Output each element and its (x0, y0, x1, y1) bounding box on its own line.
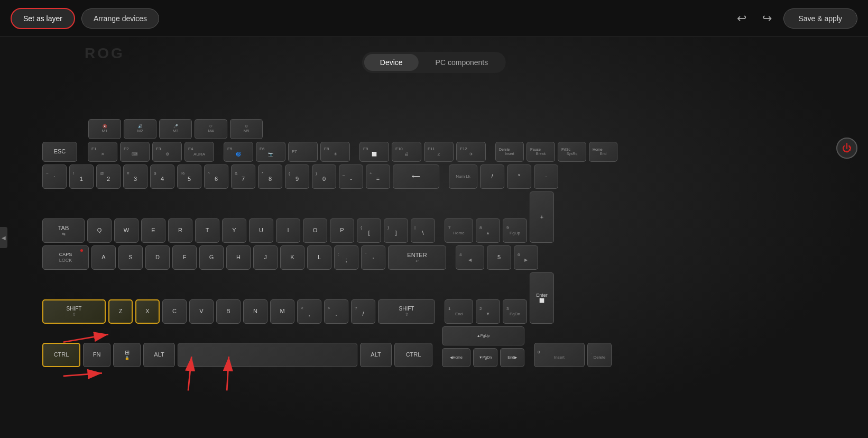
key-equals[interactable]: += (366, 165, 390, 189)
key-numplus[interactable]: + (530, 191, 554, 243)
key-t[interactable]: T (195, 218, 219, 243)
key-f8[interactable]: F8☀ (320, 142, 350, 162)
key-caps[interactable]: CAPSLOCK (42, 245, 89, 270)
key-semicolon[interactable]: :; (334, 245, 358, 270)
key-h[interactable]: H (226, 245, 251, 270)
key-nav-pgup[interactable]: ▲PgUp (442, 326, 524, 345)
key-backslash[interactable]: |\ (411, 218, 435, 243)
key-pause-break[interactable]: PauseBreak (527, 142, 555, 162)
key-num6[interactable]: 6▶ (514, 245, 538, 270)
key-num9[interactable]: 9PgUp (503, 218, 527, 243)
key-numenter[interactable]: Enter⬜ (530, 272, 554, 324)
key-s[interactable]: S (118, 245, 143, 270)
key-p[interactable]: P (330, 218, 354, 243)
key-shift-right[interactable]: SHIFT⇧ (378, 299, 435, 324)
key-0[interactable]: )0 (312, 165, 336, 189)
key-f1[interactable]: F1✕ (88, 142, 117, 162)
undo-button[interactable]: ↩ (733, 10, 751, 28)
key-nav-home[interactable]: ◀Home (442, 348, 470, 367)
set-as-layer-button[interactable]: Set as layer (11, 8, 75, 29)
key-m1[interactable]: 🔇M1 (88, 119, 121, 139)
key-8[interactable]: *8 (258, 165, 282, 189)
key-period[interactable]: >. (324, 299, 348, 324)
tab-pc-components[interactable]: PC components (420, 54, 504, 71)
key-l[interactable]: L (307, 245, 331, 270)
key-f3[interactable]: F3⚙ (152, 142, 182, 162)
key-m5[interactable]: ⚙M5 (230, 119, 263, 139)
key-numminus[interactable]: - (534, 165, 558, 189)
key-m[interactable]: M (270, 299, 294, 324)
key-esc[interactable]: ESC (42, 142, 77, 162)
key-num3[interactable]: 3PgDn (503, 299, 527, 324)
key-del-ins[interactable]: DeleteInsert (495, 142, 524, 162)
key-c[interactable]: C (162, 299, 187, 324)
key-4[interactable]: $4 (150, 165, 174, 189)
key-3[interactable]: #3 (123, 165, 147, 189)
key-f[interactable]: F (172, 245, 197, 270)
key-f4[interactable]: F4AURA (184, 142, 214, 162)
key-y[interactable]: Y (222, 218, 246, 243)
key-2[interactable]: @2 (96, 165, 121, 189)
tab-device[interactable]: Device (364, 54, 419, 71)
key-num4[interactable]: 4◀ (456, 245, 484, 270)
key-f10[interactable]: F10🖨 (392, 142, 421, 162)
key-m4[interactable]: ⟳M4 (195, 119, 227, 139)
key-f2[interactable]: F2⌨ (120, 142, 150, 162)
key-x[interactable]: X (135, 299, 160, 324)
key-shift-left[interactable]: SHIFT⇧ (42, 299, 106, 324)
key-slash[interactable]: ?/ (351, 299, 375, 324)
key-numslash[interactable]: / (480, 165, 504, 189)
key-space[interactable] (178, 343, 357, 367)
key-v[interactable]: V (189, 299, 214, 324)
key-m2[interactable]: 🔊M2 (124, 119, 156, 139)
key-7[interactable]: &7 (231, 165, 255, 189)
key-home-end[interactable]: HomeEnd (589, 142, 617, 162)
key-f5[interactable]: F5🌀 (224, 142, 253, 162)
key-tilde[interactable]: ~` (42, 165, 67, 189)
key-w[interactable]: W (114, 218, 138, 243)
key-5[interactable]: %5 (177, 165, 201, 189)
key-tab[interactable]: TAB↹ (42, 218, 85, 243)
key-ctrl-right[interactable]: CTRL (394, 343, 432, 367)
key-num1[interactable]: 1End (445, 299, 473, 324)
key-nav-pgdn[interactable]: ▼PgDn (473, 348, 497, 367)
key-alt-left[interactable]: ALT (143, 343, 175, 367)
key-z[interactable]: Z (108, 299, 133, 324)
key-g[interactable]: G (199, 245, 224, 270)
key-9[interactable]: (9 (285, 165, 309, 189)
key-minus[interactable]: _- (339, 165, 363, 189)
key-1[interactable]: !1 (69, 165, 94, 189)
key-backspace[interactable]: ⟵ (393, 165, 439, 189)
key-b[interactable]: B (216, 299, 241, 324)
key-k[interactable]: K (280, 245, 304, 270)
key-enter[interactable]: ENTER↵ (388, 245, 446, 270)
key-numstar[interactable]: * (507, 165, 531, 189)
key-a[interactable]: A (91, 245, 116, 270)
key-num8[interactable]: 8▲ (476, 218, 500, 243)
key-num0[interactable]: 0Insert (534, 343, 585, 367)
key-quote[interactable]: "' (361, 245, 385, 270)
key-u[interactable]: U (249, 218, 273, 243)
key-d[interactable]: D (145, 245, 170, 270)
key-f7[interactable]: F7 (288, 142, 318, 162)
key-prtsc[interactable]: PrtScSysRq (558, 142, 586, 162)
key-numlock[interactable]: Num Lk (449, 165, 477, 189)
key-win[interactable]: ⊞🔒 (113, 343, 141, 367)
power-button[interactable] (836, 138, 857, 159)
save-apply-button[interactable]: Save & apply (783, 8, 858, 29)
key-num7[interactable]: 7Home (445, 218, 473, 243)
key-comma[interactable]: <, (297, 299, 321, 324)
key-m3[interactable]: 🎤M3 (159, 119, 192, 139)
key-o[interactable]: O (303, 218, 327, 243)
arrange-devices-button[interactable]: Arrange devices (81, 8, 159, 29)
key-nav-end[interactable]: End▶ (500, 348, 524, 367)
key-f6[interactable]: F6📷 (256, 142, 285, 162)
key-lbracket[interactable]: {[ (357, 218, 381, 243)
key-alt-right[interactable]: ALT (360, 343, 392, 367)
key-fn[interactable]: FN (83, 343, 110, 367)
left-panel-toggle[interactable]: ◀ (0, 227, 7, 248)
key-numdot[interactable]: .Delete (587, 343, 612, 367)
key-ctrl-left[interactable]: CTRL (42, 343, 80, 367)
key-q[interactable]: Q (87, 218, 112, 243)
key-r[interactable]: R (168, 218, 192, 243)
